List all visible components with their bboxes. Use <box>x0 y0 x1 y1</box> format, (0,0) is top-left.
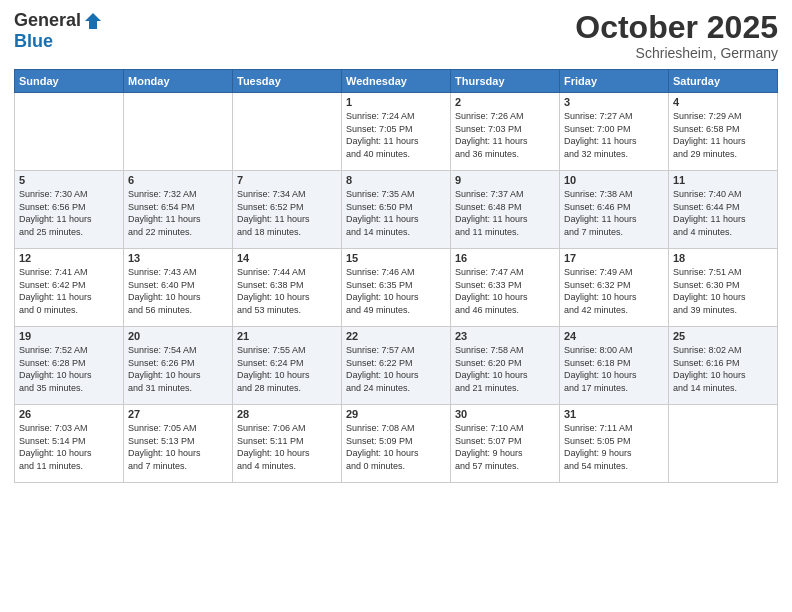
logo-icon <box>83 11 103 31</box>
day-info: Sunrise: 7:32 AM Sunset: 6:54 PM Dayligh… <box>128 188 228 238</box>
day-info: Sunrise: 7:43 AM Sunset: 6:40 PM Dayligh… <box>128 266 228 316</box>
calendar-cell <box>233 93 342 171</box>
calendar-cell: 23Sunrise: 7:58 AM Sunset: 6:20 PM Dayli… <box>451 327 560 405</box>
day-info: Sunrise: 7:40 AM Sunset: 6:44 PM Dayligh… <box>673 188 773 238</box>
day-number: 19 <box>19 330 119 342</box>
calendar-cell: 11Sunrise: 7:40 AM Sunset: 6:44 PM Dayli… <box>669 171 778 249</box>
day-number: 25 <box>673 330 773 342</box>
week-row-3: 12Sunrise: 7:41 AM Sunset: 6:42 PM Dayli… <box>15 249 778 327</box>
day-info: Sunrise: 7:47 AM Sunset: 6:33 PM Dayligh… <box>455 266 555 316</box>
calendar-cell: 2Sunrise: 7:26 AM Sunset: 7:03 PM Daylig… <box>451 93 560 171</box>
weekday-header-saturday: Saturday <box>669 70 778 93</box>
day-info: Sunrise: 7:35 AM Sunset: 6:50 PM Dayligh… <box>346 188 446 238</box>
day-info: Sunrise: 7:08 AM Sunset: 5:09 PM Dayligh… <box>346 422 446 472</box>
day-info: Sunrise: 7:57 AM Sunset: 6:22 PM Dayligh… <box>346 344 446 394</box>
day-number: 11 <box>673 174 773 186</box>
calendar-cell: 6Sunrise: 7:32 AM Sunset: 6:54 PM Daylig… <box>124 171 233 249</box>
calendar-cell: 1Sunrise: 7:24 AM Sunset: 7:05 PM Daylig… <box>342 93 451 171</box>
week-row-4: 19Sunrise: 7:52 AM Sunset: 6:28 PM Dayli… <box>15 327 778 405</box>
day-info: Sunrise: 7:54 AM Sunset: 6:26 PM Dayligh… <box>128 344 228 394</box>
day-info: Sunrise: 7:11 AM Sunset: 5:05 PM Dayligh… <box>564 422 664 472</box>
weekday-header-tuesday: Tuesday <box>233 70 342 93</box>
weekday-header-wednesday: Wednesday <box>342 70 451 93</box>
weekday-header-row: SundayMondayTuesdayWednesdayThursdayFrid… <box>15 70 778 93</box>
weekday-header-sunday: Sunday <box>15 70 124 93</box>
day-info: Sunrise: 8:02 AM Sunset: 6:16 PM Dayligh… <box>673 344 773 394</box>
day-info: Sunrise: 7:29 AM Sunset: 6:58 PM Dayligh… <box>673 110 773 160</box>
calendar-cell: 16Sunrise: 7:47 AM Sunset: 6:33 PM Dayli… <box>451 249 560 327</box>
calendar-cell: 7Sunrise: 7:34 AM Sunset: 6:52 PM Daylig… <box>233 171 342 249</box>
day-number: 17 <box>564 252 664 264</box>
calendar-cell <box>669 405 778 483</box>
day-info: Sunrise: 7:58 AM Sunset: 6:20 PM Dayligh… <box>455 344 555 394</box>
calendar-cell: 10Sunrise: 7:38 AM Sunset: 6:46 PM Dayli… <box>560 171 669 249</box>
day-info: Sunrise: 7:24 AM Sunset: 7:05 PM Dayligh… <box>346 110 446 160</box>
day-info: Sunrise: 7:05 AM Sunset: 5:13 PM Dayligh… <box>128 422 228 472</box>
day-number: 16 <box>455 252 555 264</box>
day-number: 21 <box>237 330 337 342</box>
calendar-cell: 15Sunrise: 7:46 AM Sunset: 6:35 PM Dayli… <box>342 249 451 327</box>
logo: General Blue <box>14 10 103 52</box>
day-info: Sunrise: 8:00 AM Sunset: 6:18 PM Dayligh… <box>564 344 664 394</box>
day-number: 15 <box>346 252 446 264</box>
day-info: Sunrise: 7:51 AM Sunset: 6:30 PM Dayligh… <box>673 266 773 316</box>
day-number: 7 <box>237 174 337 186</box>
day-info: Sunrise: 7:34 AM Sunset: 6:52 PM Dayligh… <box>237 188 337 238</box>
day-number: 28 <box>237 408 337 420</box>
day-number: 10 <box>564 174 664 186</box>
day-number: 13 <box>128 252 228 264</box>
calendar-page: General Blue October 2025 Schriesheim, G… <box>0 0 792 612</box>
svg-marker-0 <box>85 13 101 29</box>
header: General Blue October 2025 Schriesheim, G… <box>14 10 778 61</box>
week-row-2: 5Sunrise: 7:30 AM Sunset: 6:56 PM Daylig… <box>15 171 778 249</box>
day-number: 3 <box>564 96 664 108</box>
day-number: 6 <box>128 174 228 186</box>
calendar-cell: 20Sunrise: 7:54 AM Sunset: 6:26 PM Dayli… <box>124 327 233 405</box>
day-number: 20 <box>128 330 228 342</box>
day-number: 8 <box>346 174 446 186</box>
calendar-cell: 5Sunrise: 7:30 AM Sunset: 6:56 PM Daylig… <box>15 171 124 249</box>
week-row-5: 26Sunrise: 7:03 AM Sunset: 5:14 PM Dayli… <box>15 405 778 483</box>
calendar-cell: 31Sunrise: 7:11 AM Sunset: 5:05 PM Dayli… <box>560 405 669 483</box>
calendar-cell: 9Sunrise: 7:37 AM Sunset: 6:48 PM Daylig… <box>451 171 560 249</box>
logo-blue-text: Blue <box>14 31 53 52</box>
calendar-cell: 29Sunrise: 7:08 AM Sunset: 5:09 PM Dayli… <box>342 405 451 483</box>
day-info: Sunrise: 7:46 AM Sunset: 6:35 PM Dayligh… <box>346 266 446 316</box>
calendar-cell: 27Sunrise: 7:05 AM Sunset: 5:13 PM Dayli… <box>124 405 233 483</box>
calendar-cell: 24Sunrise: 8:00 AM Sunset: 6:18 PM Dayli… <box>560 327 669 405</box>
day-info: Sunrise: 7:26 AM Sunset: 7:03 PM Dayligh… <box>455 110 555 160</box>
day-number: 27 <box>128 408 228 420</box>
day-info: Sunrise: 7:52 AM Sunset: 6:28 PM Dayligh… <box>19 344 119 394</box>
calendar-cell: 19Sunrise: 7:52 AM Sunset: 6:28 PM Dayli… <box>15 327 124 405</box>
month-title: October 2025 <box>575 10 778 45</box>
calendar-cell: 3Sunrise: 7:27 AM Sunset: 7:00 PM Daylig… <box>560 93 669 171</box>
calendar-cell: 28Sunrise: 7:06 AM Sunset: 5:11 PM Dayli… <box>233 405 342 483</box>
weekday-header-thursday: Thursday <box>451 70 560 93</box>
calendar-table: SundayMondayTuesdayWednesdayThursdayFrid… <box>14 69 778 483</box>
calendar-cell: 14Sunrise: 7:44 AM Sunset: 6:38 PM Dayli… <box>233 249 342 327</box>
day-number: 31 <box>564 408 664 420</box>
day-number: 5 <box>19 174 119 186</box>
day-number: 24 <box>564 330 664 342</box>
day-number: 12 <box>19 252 119 264</box>
day-number: 23 <box>455 330 555 342</box>
logo-general-text: General <box>14 10 81 31</box>
calendar-cell: 4Sunrise: 7:29 AM Sunset: 6:58 PM Daylig… <box>669 93 778 171</box>
weekday-header-friday: Friday <box>560 70 669 93</box>
day-number: 4 <box>673 96 773 108</box>
calendar-cell: 22Sunrise: 7:57 AM Sunset: 6:22 PM Dayli… <box>342 327 451 405</box>
day-info: Sunrise: 7:44 AM Sunset: 6:38 PM Dayligh… <box>237 266 337 316</box>
day-number: 22 <box>346 330 446 342</box>
calendar-cell <box>15 93 124 171</box>
day-number: 18 <box>673 252 773 264</box>
day-number: 30 <box>455 408 555 420</box>
day-info: Sunrise: 7:03 AM Sunset: 5:14 PM Dayligh… <box>19 422 119 472</box>
calendar-cell: 30Sunrise: 7:10 AM Sunset: 5:07 PM Dayli… <box>451 405 560 483</box>
calendar-cell: 12Sunrise: 7:41 AM Sunset: 6:42 PM Dayli… <box>15 249 124 327</box>
calendar-cell <box>124 93 233 171</box>
day-number: 26 <box>19 408 119 420</box>
title-block: October 2025 Schriesheim, Germany <box>575 10 778 61</box>
calendar-cell: 18Sunrise: 7:51 AM Sunset: 6:30 PM Dayli… <box>669 249 778 327</box>
calendar-cell: 25Sunrise: 8:02 AM Sunset: 6:16 PM Dayli… <box>669 327 778 405</box>
week-row-1: 1Sunrise: 7:24 AM Sunset: 7:05 PM Daylig… <box>15 93 778 171</box>
